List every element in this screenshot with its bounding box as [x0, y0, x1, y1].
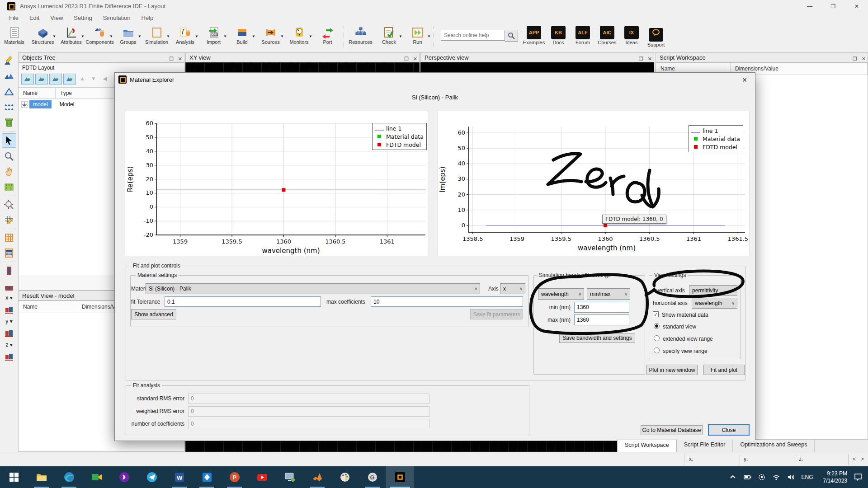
scroll-right-icon[interactable]: >: [861, 456, 864, 462]
toolbar-structures-button[interactable]: ▼Structures: [28, 24, 57, 45]
dialog-close-icon[interactable]: ✕: [739, 75, 750, 85]
side-grid-pencil-button[interactable]: [2, 213, 16, 227]
taskbar-edge-button[interactable]: [55, 466, 83, 488]
side-zoom-extents-button[interactable]: [2, 198, 16, 211]
dropdown-caret-icon[interactable]: ▼: [252, 34, 255, 38]
move-left-button[interactable]: ◀: [100, 74, 110, 84]
side-trash-button[interactable]: [2, 116, 16, 129]
move-up-button[interactable]: ▲: [77, 74, 87, 84]
battery-icon[interactable]: [743, 473, 751, 481]
scroll-left-icon[interactable]: <: [853, 456, 856, 462]
taskbar-paint-button[interactable]: [331, 466, 359, 488]
toolbar-materials-button[interactable]: Materials: [0, 24, 28, 45]
toolbar-port-button[interactable]: Port: [313, 24, 342, 45]
side-mountain-group-button[interactable]: [2, 100, 16, 114]
max-coefficients-input[interactable]: [371, 296, 523, 307]
taskbar-start-button[interactable]: [0, 466, 28, 488]
taskbar-lumerical-fdtd-button[interactable]: [386, 466, 414, 488]
taskbar-explorer-button[interactable]: [28, 466, 55, 488]
side-cursor-button[interactable]: [2, 133, 16, 148]
dropdown-caret-icon[interactable]: ▼: [399, 34, 402, 38]
taskbar-matlab-button[interactable]: [303, 466, 331, 488]
side-mountains-button[interactable]: [2, 70, 16, 83]
toolbar-run-button[interactable]: ▼Run: [403, 24, 432, 45]
help-docs-button[interactable]: KBDocs: [546, 24, 571, 45]
toolbar-monitors-button[interactable]: ▼Monitors: [285, 24, 313, 45]
search-input[interactable]: [441, 30, 505, 41]
radio-standard-view[interactable]: [654, 323, 660, 329]
bandwidth-unit-select[interactable]: wavelength ∨: [538, 288, 584, 300]
toolbar-simulation-button[interactable]: ▼Simulation: [142, 24, 171, 45]
menu-file[interactable]: File: [4, 13, 24, 23]
side-slab-a-button[interactable]: [2, 264, 16, 277]
menu-view[interactable]: View: [45, 13, 68, 23]
min-nm-input[interactable]: [574, 302, 629, 313]
toolbar-attributes-button[interactable]: ▼Attributes: [57, 24, 85, 45]
bandwidth-mode-select[interactable]: min/max ∨: [587, 288, 630, 300]
show-material-data-checkbox[interactable]: ✓: [653, 311, 659, 317]
help-support-button[interactable]: Support: [644, 24, 668, 47]
clock[interactable]: 9:23 PM7/14/2023: [823, 470, 847, 484]
minimize-button[interactable]: —: [798, 0, 821, 13]
side-grid-orange-button[interactable]: [2, 231, 16, 244]
dropdown-caret-icon[interactable]: ▼: [138, 34, 142, 38]
language-indicator[interactable]: ENG: [802, 474, 813, 480]
dropdown-caret-icon[interactable]: ▼: [166, 34, 170, 38]
view-axis-z-label[interactable]: z ▾: [0, 342, 18, 348]
view-z-button[interactable]: [2, 350, 16, 363]
move-down-button[interactable]: ▼: [89, 74, 99, 84]
show-advanced-button[interactable]: Show advanced: [131, 309, 176, 319]
taskbar-telegram-button[interactable]: [138, 466, 165, 488]
save-fit-parameters-button[interactable]: Save fit parameters: [470, 309, 523, 319]
dropdown-caret-icon[interactable]: ▼: [195, 34, 198, 38]
vertical-axis-select[interactable]: permittivity ∨: [689, 285, 737, 296]
column-name[interactable]: Name: [19, 88, 56, 99]
maximize-button[interactable]: ❐: [822, 0, 844, 13]
side-slab-b-button[interactable]: [2, 279, 16, 293]
taskbar-remote-desktop-button[interactable]: [276, 466, 303, 488]
help-ideas-button[interactable]: IXIdeas: [619, 24, 644, 45]
add-structure-button[interactable]: [21, 74, 34, 84]
fit-tolerance-input[interactable]: [165, 296, 321, 307]
result-column-name[interactable]: Name: [19, 301, 77, 313]
perspective-view-header[interactable]: Perspective view ❐✕: [420, 52, 654, 62]
xy-view-header[interactable]: XY view ❐✕: [185, 52, 420, 62]
material-select[interactable]: Si (Silicon) - Palik ∨: [146, 283, 480, 294]
dropdown-caret-icon[interactable]: ▼: [280, 34, 284, 38]
help-forum-button[interactable]: ALFForum: [571, 24, 595, 45]
menu-setting[interactable]: Setting: [68, 13, 97, 23]
toolbar-build-button[interactable]: ▼Build: [228, 24, 256, 45]
tab-script-workspace[interactable]: Script Workspace: [617, 440, 677, 452]
close-dialog-button[interactable]: Close: [708, 424, 750, 436]
tab-script-file-editor[interactable]: Script File Editor: [677, 440, 733, 452]
dropdown-caret-icon[interactable]: ▼: [427, 34, 431, 38]
max-nm-input[interactable]: [574, 314, 629, 325]
volume-icon[interactable]: [787, 473, 795, 481]
chevron-up-icon[interactable]: [729, 473, 737, 481]
taskbar-podcasts-button[interactable]: [110, 466, 138, 488]
dropdown-caret-icon[interactable]: ▼: [52, 34, 56, 38]
taskbar-word-button[interactable]: W: [165, 466, 193, 488]
toolbar-sources-button[interactable]: ▼Sources: [256, 24, 285, 45]
toolbar-resources-button[interactable]: Resources: [346, 24, 375, 45]
toolbar-check-button[interactable]: ▼Check: [375, 24, 403, 45]
notification-center-icon[interactable]: [854, 473, 863, 482]
close-window-button[interactable]: ✕: [845, 0, 868, 13]
view-x-button[interactable]: [2, 303, 16, 316]
side-hand-button[interactable]: [2, 165, 16, 178]
toolbar-import-button[interactable]: GDS▼Import: [199, 24, 228, 45]
add-source-button[interactable]: [63, 74, 76, 84]
taskbar-youtube-button[interactable]: [248, 466, 276, 488]
dropdown-caret-icon[interactable]: ▼: [309, 34, 312, 38]
tree-item-model[interactable]: model: [29, 100, 52, 108]
axis-select[interactable]: x ∨: [500, 283, 525, 294]
toolbar-groups-button[interactable]: ▼Groups: [114, 24, 142, 45]
view-y-button[interactable]: [2, 326, 16, 340]
toolbar-components-button[interactable]: ▼Components: [85, 24, 114, 45]
side-mountain-outline-button[interactable]: [2, 85, 16, 99]
dropdown-caret-icon[interactable]: ▼: [109, 34, 113, 38]
dropdown-caret-icon[interactable]: ▼: [81, 34, 85, 38]
tab-optimizations-and-sweeps[interactable]: Optimizations and Sweeps: [733, 440, 815, 452]
side-calculator-button[interactable]: [2, 246, 16, 260]
script-workspace-header[interactable]: Script Workspace ❐✕: [656, 52, 868, 62]
